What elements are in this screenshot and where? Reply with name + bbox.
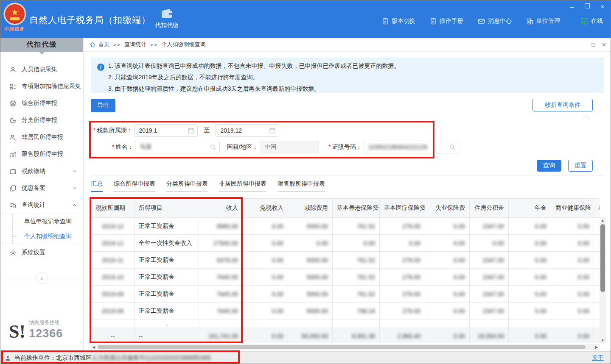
table-cell: 0.00 [509, 252, 551, 269]
app-title: 自然人电子税务局（扣缴端） [29, 14, 151, 26]
sidebar-item-nonresident-income[interactable]: 非居民所得申报 [0, 129, 83, 146]
table-cell [509, 320, 551, 328]
table-cell [594, 320, 600, 328]
table-cell [470, 320, 509, 328]
menu-operation-manual[interactable]: 操作手册 [430, 17, 463, 25]
table-cell: .. [135, 320, 199, 328]
table-cell: 5000.00 [288, 303, 333, 320]
table-cell: 761.52 [333, 218, 380, 235]
search-icon[interactable] [449, 144, 456, 150]
national-emblem-icon: ★ [4, 3, 26, 25]
notice-line-1: 1. 该查询统计表仅能查询已申报成功的数据，不包含未申报、申报失败，已申报但已作… [108, 62, 598, 70]
table-cell: 0.00 [380, 235, 425, 252]
sidebar-item-system-settings[interactable]: 系统设置 [0, 244, 83, 261]
breadcrumb-level2: 查询统计 [124, 41, 146, 48]
table-cell: 0.00 [243, 218, 288, 235]
period-to-input[interactable]: 2019.12 [216, 124, 279, 137]
scroll-up-icon[interactable]: ▲ [600, 217, 606, 223]
table-row[interactable]: 2019-12正常工资薪金9985.000.005000.00761.52279… [91, 218, 600, 235]
scroll-right-icon[interactable]: ▶ [594, 344, 600, 350]
about-link[interactable]: 关于 [592, 354, 604, 362]
sidebar-item-tax-payment[interactable]: 税款缴纳 [0, 163, 83, 180]
table-column-header: 收入 [199, 199, 243, 218]
tab-comprehensive[interactable]: 综合所得申报表 [114, 180, 155, 192]
table-summary-row[interactable]: ----161,741.000.0060,000.008,991.362,960… [91, 328, 600, 344]
tab-classified[interactable]: 分类所得申报表 [166, 180, 208, 192]
sidebar-item-preferential-filing[interactable]: 优惠备案 [0, 180, 83, 197]
sidebar-item-special-deduction[interactable]: 专项附加扣除信息采集 [0, 78, 83, 95]
table-row[interactable]: 2019-08正常工资薪金7645.000.005000.00798.24279… [91, 303, 600, 320]
search-list-icon [9, 201, 17, 209]
search-icon[interactable] [210, 144, 216, 150]
sidebar-item-query-statistics[interactable]: 查询统计 [0, 197, 83, 214]
table-cell: 9378.00 [199, 252, 243, 269]
sidebar-item-personnel-info[interactable]: 人员信息采集 [0, 61, 83, 78]
table-column-header: 基本医疗保险费 [380, 199, 425, 218]
period-from-input[interactable]: 2019.1 [134, 124, 198, 137]
menu-message-center[interactable]: 消息中心 [478, 17, 512, 25]
user-icon [5, 355, 11, 361]
horizontal-scroll-thumb[interactable] [98, 345, 586, 349]
vertical-scroll-thumb[interactable] [600, 224, 605, 292]
header-tab-daikoudaijiao[interactable]: 代扣代缴 [149, 8, 185, 35]
name-input[interactable]: 马某 [135, 141, 220, 153]
menu-unit-management[interactable]: 单位管理 [526, 17, 560, 25]
calendar-icon[interactable] [188, 127, 194, 134]
nationality-input[interactable]: 中国 [260, 141, 319, 153]
sidebar-item-restricted-shares[interactable]: 限售股所得申报 [0, 146, 83, 163]
table-cell: 7645.00 [199, 286, 243, 303]
table-cell: 正常工资薪金 [135, 286, 199, 303]
table-cell: 9985.00 [199, 218, 243, 235]
calendar-icon[interactable] [269, 127, 276, 134]
minimize-button[interactable]: – [567, 2, 577, 11]
scroll-down-icon[interactable]: ▼ [600, 337, 606, 343]
to-label: 至 [204, 127, 210, 134]
close-button[interactable]: × [598, 2, 607, 11]
tab-summary[interactable]: 汇总 [91, 180, 103, 192]
export-button[interactable]: 导出 [91, 99, 115, 112]
reset-button[interactable]: 重置 [568, 160, 593, 172]
table-row[interactable]: 2019-11正常工资薪金9378.000.005000.00761.52279… [91, 252, 600, 269]
panel-maximize-icon[interactable]: □ [591, 42, 595, 48]
table-row[interactable]: 2019-09正常工资薪金7645.000.005000.00761.52279… [91, 286, 600, 303]
table-cell: -- [91, 328, 135, 344]
horizontal-scrollbar[interactable]: ◀ ▶ [91, 344, 600, 350]
sidebar-subitem-unit-declaration-query[interactable]: 单位申报记录查询 [0, 214, 83, 229]
name-label: 姓名： [115, 143, 133, 150]
menu-version-switch[interactable]: 版本切换 [382, 17, 415, 25]
table-cell: 5000.00 [288, 269, 333, 286]
panel-close-icon[interactable]: ✕ [602, 42, 606, 48]
sidebar-subitem-personal-withholding-query[interactable]: 个人扣缴明细查询 [0, 229, 83, 244]
tab-nonresident[interactable]: 非居民所得申报表 [219, 180, 266, 192]
table-cell: 0.00 [509, 218, 551, 235]
table-cell: 279.00 [380, 303, 425, 320]
hotline-mascot-icon: S! [9, 323, 25, 340]
vertical-scrollbar[interactable]: ▲ ▼ [600, 217, 606, 343]
nationality-label: 国籍/地区： [227, 143, 258, 151]
table-row[interactable]: 2019-10正常工资薪金7645.000.005000.00761.52279… [91, 269, 600, 286]
sidebar-item-comprehensive-income[interactable]: 综合所得申报 [0, 95, 83, 112]
table-cell [425, 320, 470, 328]
scroll-left-icon[interactable]: ◀ [91, 344, 97, 350]
table-cell: 0.00 [243, 235, 288, 252]
wallet-small-icon [9, 167, 17, 175]
header-menu: 版本切换 操作手册 消息中心 单位管理 [382, 17, 603, 25]
table-cell: 761.52 [333, 269, 380, 286]
id-number-input[interactable]: 110502199304222129 [364, 141, 459, 153]
table-cell: 0.00 [509, 235, 551, 252]
table-cell [243, 320, 288, 328]
table-column-header: 免税收入 [243, 199, 288, 218]
collapse-query-button[interactable]: 收折查询条件 [533, 99, 593, 111]
table-cell: 0.00 [425, 303, 470, 320]
gear-icon [9, 249, 17, 256]
restore-button[interactable]: ❐ [583, 2, 592, 11]
table-column-header: 失业保险费 [425, 199, 470, 218]
table-cell: 7645.00 [199, 269, 243, 286]
breadcrumb-home[interactable]: 首页 [98, 41, 109, 48]
table-row[interactable]: 2019-12全年一次性奖金收入27500.000.000.000.000.00… [91, 235, 600, 252]
sidebar-item-classified-income[interactable]: 分类所得申报 [0, 112, 83, 129]
sidebar-collapse-button[interactable]: « [36, 272, 48, 284]
query-button[interactable]: 查询 [537, 160, 561, 172]
tab-restricted-shares[interactable]: 限售股所得申报表 [277, 180, 325, 192]
online-status[interactable]: 在线 [580, 17, 603, 25]
